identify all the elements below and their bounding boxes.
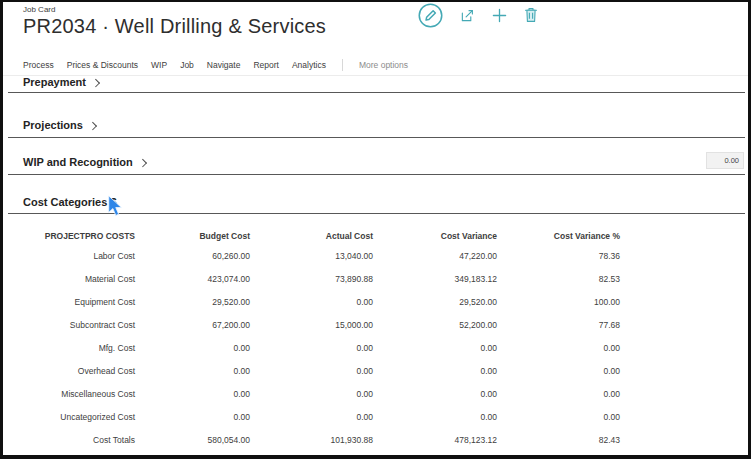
cost-variance-value: 349,183.12	[373, 274, 497, 284]
cost-category-label: Overhead Cost	[23, 366, 135, 376]
menu-divider	[342, 59, 343, 71]
trash-icon	[524, 7, 538, 26]
command-menu: Process Prices & Discounts WIP Job Navig…	[3, 54, 748, 76]
section-label: Projections	[23, 119, 83, 131]
actual-cost-value: 0.00	[250, 389, 373, 399]
menu-item-job[interactable]: Job	[180, 60, 194, 70]
actual-cost-value: 13,040.00	[250, 251, 373, 261]
budget-cost-value: 0.00	[135, 389, 250, 399]
cost-variance-value: 0.00	[373, 366, 497, 376]
breadcrumb: Job Card	[23, 5, 55, 14]
cost-variance-value: 478,123.12	[373, 435, 497, 445]
table-header-row: PROJECTPRO COSTS Budget Cost Actual Cost…	[3, 228, 748, 244]
cost-category-label: Mfg. Cost	[23, 343, 135, 353]
menu-item-process[interactable]: Process	[23, 60, 54, 70]
action-bar	[417, 3, 539, 30]
cost-variance-pct-value: 82.43	[497, 435, 620, 445]
cost-variance-pct-value: 0.00	[497, 343, 620, 353]
section-label: Cost Categories $	[23, 196, 117, 208]
budget-cost-value: 60,260.00	[135, 251, 250, 261]
actual-cost-value: 101,930.88	[250, 435, 373, 445]
cost-variance-pct-value: 78.36	[497, 251, 620, 261]
cost-variance-value: 0.00	[373, 389, 497, 399]
cost-category-label: Material Cost	[23, 274, 135, 284]
table-row: Equipment Cost 29,520.00 0.00 29,520.00 …	[3, 290, 748, 313]
actual-cost-value: 73,890.88	[250, 274, 373, 284]
menu-item-report[interactable]: Report	[253, 60, 279, 70]
section-divider	[8, 174, 745, 175]
cost-category-label: Uncategorized Cost	[23, 412, 135, 422]
budget-cost-value: 580,054.00	[135, 435, 250, 445]
section-header-wip-and-recognition[interactable]: WIP and Recognition	[23, 156, 145, 168]
cost-variance-value: 0.00	[373, 412, 497, 422]
chevron-right-icon	[92, 79, 100, 87]
chevron-right-icon	[89, 122, 97, 130]
section-header-cost-categories[interactable]: Cost Categories $	[23, 196, 117, 208]
menu-item-wip[interactable]: WIP	[151, 60, 167, 70]
cost-category-label: Equipment Cost	[23, 297, 135, 307]
budget-cost-value: 67,200.00	[135, 320, 250, 330]
pencil-icon	[418, 3, 443, 31]
section-divider	[8, 213, 745, 214]
cost-category-label: Subcontract Cost	[23, 320, 135, 330]
new-button[interactable]	[491, 7, 508, 27]
page-title: PR2034 · Well Drilling & Services	[23, 15, 326, 38]
col-header-cost-variance-pct: Cost Variance %	[497, 231, 620, 241]
wip-value-field[interactable]: 0.00	[706, 152, 744, 169]
section-divider	[8, 137, 745, 138]
cost-variance-value: 47,220.00	[373, 251, 497, 261]
table-row: Subcontract Cost 67,200.00 15,000.00 52,…	[3, 313, 748, 336]
menu-item-prices-discounts[interactable]: Prices & Discounts	[67, 60, 138, 70]
cost-categories-table: PROJECTPRO COSTS Budget Cost Actual Cost…	[3, 228, 748, 451]
actual-cost-value: 0.00	[250, 366, 373, 376]
col-header-actual-cost: Actual Cost	[250, 231, 373, 241]
menu-item-navigate[interactable]: Navigate	[207, 60, 241, 70]
actual-cost-value: 15,000.00	[250, 320, 373, 330]
section-header-prepayment[interactable]: Prepayment	[23, 76, 98, 88]
share-button[interactable]	[459, 7, 476, 27]
budget-cost-value: 0.00	[135, 343, 250, 353]
budget-cost-value: 423,074.00	[135, 274, 250, 284]
more-options-button[interactable]: More options	[359, 60, 408, 70]
budget-cost-value: 0.00	[135, 412, 250, 422]
table-row: Material Cost 423,074.00 73,890.88 349,1…	[3, 267, 748, 290]
job-card-window: Job Card PR2034 · Well Drilling & Servic…	[0, 0, 751, 459]
menu-item-analytics[interactable]: Analytics	[292, 60, 326, 70]
cost-variance-value: 52,200.00	[373, 320, 497, 330]
actual-cost-value: 0.00	[250, 343, 373, 353]
section-label: Prepayment	[23, 76, 86, 88]
table-row-totals: Cost Totals 580,054.00 101,930.88 478,12…	[3, 428, 748, 451]
cost-variance-pct-value: 77.68	[497, 320, 620, 330]
cost-category-label: Cost Totals	[23, 435, 135, 445]
cost-variance-pct-value: 0.00	[497, 389, 620, 399]
table-row: Miscellaneous Cost 0.00 0.00 0.00 0.00	[3, 382, 748, 405]
edit-button[interactable]	[417, 2, 444, 32]
plus-icon	[492, 8, 507, 26]
cost-variance-value: 0.00	[373, 343, 497, 353]
cost-variance-value: 29,520.00	[373, 297, 497, 307]
budget-cost-value: 0.00	[135, 366, 250, 376]
cost-category-label: Miscellaneous Cost	[23, 389, 135, 399]
table-row: Overhead Cost 0.00 0.00 0.00 0.00	[3, 359, 748, 382]
cost-variance-pct-value: 82.53	[497, 274, 620, 284]
col-header-budget-cost: Budget Cost	[135, 231, 250, 241]
section-divider	[8, 92, 745, 93]
table-row: Uncategorized Cost 0.00 0.00 0.00 0.00	[3, 405, 748, 428]
actual-cost-value: 0.00	[250, 412, 373, 422]
cost-variance-pct-value: 100.00	[497, 297, 620, 307]
cost-variance-pct-value: 0.00	[497, 412, 620, 422]
section-label: WIP and Recognition	[23, 156, 133, 168]
table-row: Labor Cost 60,260.00 13,040.00 47,220.00…	[3, 244, 748, 267]
delete-button[interactable]	[523, 6, 539, 27]
cost-variance-pct-value: 0.00	[497, 366, 620, 376]
section-header-projections[interactable]: Projections	[23, 119, 95, 131]
share-icon	[460, 8, 475, 26]
budget-cost-value: 29,520.00	[135, 297, 250, 307]
col-header-cost-variance: Cost Variance	[373, 231, 497, 241]
chevron-right-icon	[139, 159, 147, 167]
table-row: Mfg. Cost 0.00 0.00 0.00 0.00	[3, 336, 748, 359]
cost-category-label: Labor Cost	[23, 251, 135, 261]
col-header-projectpro-costs: PROJECTPRO COSTS	[23, 231, 135, 241]
actual-cost-value: 0.00	[250, 297, 373, 307]
